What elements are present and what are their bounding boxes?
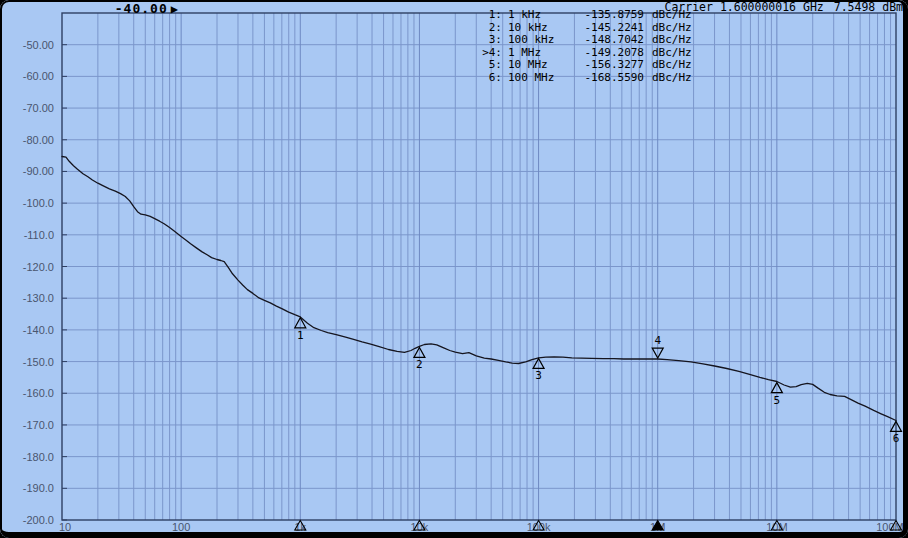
marker-value: -135.8759 (578, 9, 644, 22)
marker-index: 1: (476, 9, 502, 22)
marker-frequency: 100 kHz (508, 34, 578, 47)
marker-unit: dBc/Hz (652, 9, 706, 22)
marker-frequency: 100 MHz (508, 72, 578, 85)
marker-row-3[interactable]: 3:100 kHz-148.7042dBc/Hz (476, 34, 706, 47)
marker-table: 1:1 kHz-135.8759dBc/Hz2:10 kHz-145.2241d… (476, 9, 706, 84)
reference-level-marker-icon: ▶ (171, 2, 178, 16)
phase-noise-analyzer-window: -50.00-60.00-70.00-80.00-90.00-100.0-110… (0, 0, 908, 538)
marker-unit: dBc/Hz (652, 34, 706, 47)
marker-frequency: 1 kHz (508, 9, 578, 22)
marker-value: -148.7042 (578, 34, 644, 47)
marker-index: 3: (476, 34, 502, 47)
marker-value: -168.5590 (578, 72, 644, 85)
marker-row-1[interactable]: 1:1 kHz-135.8759dBc/Hz (476, 9, 706, 22)
marker-index: 6: (476, 72, 502, 85)
carrier-power: 7.5498 dBm (834, 0, 903, 14)
marker-value: -156.3277 (578, 59, 644, 72)
marker-frequency: 10 MHz (508, 59, 578, 72)
reference-level-value: -40.00 (115, 1, 168, 16)
marker-unit: dBc/Hz (652, 59, 706, 72)
marker-index: 5: (476, 59, 502, 72)
marker-unit: dBc/Hz (652, 72, 706, 85)
marker-row-6[interactable]: 6:100 MHz-168.5590dBc/Hz (476, 72, 706, 85)
reference-level: -40.00 ▶ (0, 1, 178, 16)
marker-row-5[interactable]: 5:10 MHz-156.3277dBc/Hz (476, 59, 706, 72)
